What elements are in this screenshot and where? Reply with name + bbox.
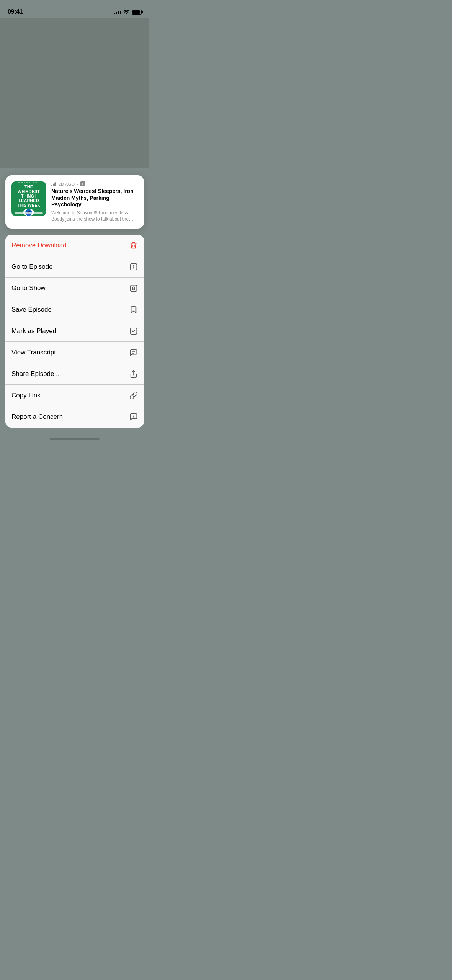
exclamation-bubble-icon bbox=[129, 413, 138, 421]
report-concern-label: Report a Concern bbox=[11, 413, 63, 421]
episode-card: POPULAR SCIENCE THE WEIRDEST THING I LEA… bbox=[5, 175, 144, 229]
save-episode-item[interactable]: Save Episode bbox=[5, 299, 144, 320]
share-icon bbox=[129, 370, 138, 378]
episode-info: 2D AGO · E Nature's Weirdest Sleepers, I… bbox=[51, 181, 138, 222]
view-transcript-label: View Transcript bbox=[11, 349, 56, 356]
artwork-top-label: POPULAR SCIENCE bbox=[18, 181, 39, 184]
status-bar: 09:41 bbox=[0, 0, 149, 18]
link-icon bbox=[129, 391, 138, 400]
svg-point-12 bbox=[134, 418, 134, 418]
transcript-icon bbox=[129, 348, 138, 357]
episode-title: Nature's Weirdest Sleepers, Iron Maiden … bbox=[51, 188, 138, 208]
context-menu: Remove Download Go to Episode Go to Show bbox=[5, 235, 144, 428]
trash-icon bbox=[129, 241, 138, 250]
checkmark-square-icon bbox=[129, 327, 138, 335]
status-icons bbox=[114, 10, 142, 15]
go-to-show-item[interactable]: Go to Show bbox=[5, 278, 144, 299]
meta-signal-icon bbox=[51, 182, 56, 186]
svg-rect-4 bbox=[131, 285, 137, 291]
save-episode-label: Save Episode bbox=[11, 306, 52, 314]
share-episode-item[interactable]: Share Episode... bbox=[5, 363, 144, 385]
home-bar bbox=[50, 438, 100, 440]
svg-point-3 bbox=[134, 265, 134, 265]
artwork-bottom-bar bbox=[15, 212, 43, 214]
episode-timestamp: 2D AGO bbox=[59, 182, 75, 186]
view-transcript-item[interactable]: View Transcript bbox=[5, 342, 144, 363]
copy-link-item[interactable]: Copy Link bbox=[5, 385, 144, 406]
go-to-episode-item[interactable]: Go to Episode bbox=[5, 256, 144, 278]
copy-link-label: Copy Link bbox=[11, 392, 41, 399]
episode-description: Welcome to Season 8! Producer Jess Boddy… bbox=[51, 210, 138, 223]
episode-meta: 2D AGO · E bbox=[51, 181, 138, 186]
remove-download-label: Remove Download bbox=[11, 242, 67, 249]
episode-artwork: POPULAR SCIENCE THE WEIRDEST THING I LEA… bbox=[11, 181, 46, 216]
home-indicator bbox=[0, 432, 149, 445]
info-square-icon bbox=[129, 263, 138, 271]
explicit-badge: E bbox=[80, 181, 85, 186]
svg-point-5 bbox=[132, 287, 135, 289]
mark-as-played-label: Mark as Played bbox=[11, 327, 56, 335]
share-episode-label: Share Episode... bbox=[11, 370, 60, 378]
artwork-main-text: THE WEIRDEST THING I LEARNED THIS WEEK bbox=[15, 185, 42, 207]
background-overlay bbox=[0, 18, 149, 168]
signal-icon bbox=[114, 10, 121, 14]
go-to-episode-label: Go to Episode bbox=[11, 263, 53, 271]
podcast-icon bbox=[129, 284, 138, 292]
battery-icon bbox=[132, 10, 142, 15]
go-to-show-label: Go to Show bbox=[11, 284, 46, 292]
report-concern-item[interactable]: Report a Concern bbox=[5, 406, 144, 428]
bookmark-icon bbox=[129, 305, 138, 314]
wifi-icon bbox=[123, 10, 129, 14]
remove-download-item[interactable]: Remove Download bbox=[5, 235, 144, 256]
status-time: 09:41 bbox=[8, 8, 23, 15]
mark-as-played-item[interactable]: Mark as Played bbox=[5, 320, 144, 342]
